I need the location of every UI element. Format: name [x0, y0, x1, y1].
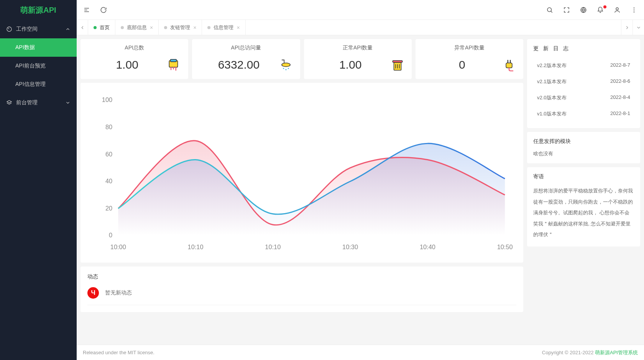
svg-text:20: 20: [105, 205, 112, 212]
stats-row: API总数 1.00 API总访问量 6332.00: [80, 39, 523, 79]
svg-text:10:50: 10:50: [497, 243, 513, 250]
sidebar-item-api-data[interactable]: API数据: [0, 38, 77, 57]
line-chart: 02040608010010:0010:1010:1010:3010:4010:…: [84, 90, 519, 255]
svg-text:10:10: 10:10: [188, 243, 204, 250]
menu-collapse-icon[interactable]: [83, 6, 90, 14]
close-icon[interactable]: ×: [193, 25, 196, 31]
dynamic-card: 动态 Ч 暂无新动态: [80, 266, 523, 312]
svg-rect-24: [506, 63, 512, 68]
svg-text:0: 0: [109, 232, 112, 238]
stat-card-api-total: API总数 1.00: [80, 39, 188, 79]
user-icon[interactable]: [613, 6, 621, 14]
svg-point-17: [285, 69, 286, 70]
more-icon[interactable]: [630, 6, 638, 14]
language-icon[interactable]: [580, 6, 587, 14]
app-logo: 萌新源API: [0, 0, 77, 20]
svg-text:10:10: 10:10: [265, 243, 281, 250]
list-item: v1.0版本发布 2022-8-1: [533, 106, 634, 122]
svg-point-18: [288, 68, 289, 69]
svg-point-10: [634, 7, 634, 8]
stack-icon: [6, 100, 12, 106]
tab-home[interactable]: 首页: [88, 20, 115, 35]
avatar: Ч: [87, 287, 99, 299]
sidebar-item-api-manage[interactable]: API信息管理: [0, 75, 77, 94]
sidebar: 萌新源API 工作空间 API数据 API前台预览 API信息管理: [0, 0, 77, 360]
search-icon[interactable]: [546, 6, 554, 14]
footer: Released under the MIT license. Copyrigh…: [77, 345, 644, 360]
sidebar-group-label: 工作空间: [16, 26, 38, 33]
tabs-bar: 首页 底部信息 × 友链管理 × 信息管理 ×: [77, 20, 644, 35]
topbar: [77, 0, 644, 20]
sidebar-item-api-preview[interactable]: API前台预览: [0, 57, 77, 75]
stat-card-api-visits: API总访问量 6332.00: [192, 39, 300, 79]
list-item: Ч 暂无新动态: [87, 287, 516, 305]
chevron-down-icon: [65, 100, 71, 105]
svg-point-16: [283, 68, 284, 69]
footer-link[interactable]: 萌新源API管理系统: [595, 350, 638, 355]
close-icon[interactable]: ×: [150, 25, 153, 31]
reload-icon[interactable]: [100, 6, 107, 14]
svg-text:10:00: 10:00: [110, 243, 126, 250]
dashboard-icon: [6, 26, 12, 32]
list-item: v2.2版本发布 2022-8-7: [533, 58, 634, 74]
tabs-scroll-right[interactable]: [621, 20, 632, 35]
tab-info-manage[interactable]: 信息管理 ×: [202, 20, 245, 35]
svg-point-12: [634, 12, 634, 12]
tab-footer-info[interactable]: 底部信息 ×: [115, 20, 159, 35]
svg-text:40: 40: [105, 178, 112, 184]
svg-rect-14: [171, 59, 177, 62]
changelog-card: 更 新 日 志 v2.2版本发布 2022-8-7 v2.1版本发布 2022-…: [527, 39, 640, 128]
close-icon[interactable]: ×: [237, 25, 240, 31]
svg-point-5: [547, 8, 552, 12]
tab-active-dot: [94, 26, 97, 29]
svg-marker-1: [7, 100, 12, 103]
tab-friendlink[interactable]: 友链管理 ×: [159, 20, 202, 35]
notification-icon[interactable]: [596, 6, 604, 14]
svg-line-6: [551, 11, 552, 13]
svg-text:10:30: 10:30: [342, 243, 358, 250]
plug-icon: [502, 58, 516, 72]
freeform-card: 任意发挥的模块 啥也没有: [527, 132, 640, 163]
stat-card-api-abnormal: 异常API数量 0: [416, 39, 523, 79]
svg-point-9: [616, 8, 618, 10]
list-item: v2.0版本发布 2022-8-4: [533, 90, 634, 106]
fullscreen-icon[interactable]: [563, 6, 570, 14]
sidebar-group-label: 前台管理: [16, 99, 38, 106]
svg-point-11: [634, 9, 634, 10]
sidebar-group-workspace[interactable]: 工作空间: [0, 20, 77, 38]
paint-icon: [167, 58, 181, 72]
svg-text:60: 60: [105, 151, 112, 158]
chevron-up-icon: [65, 26, 71, 32]
stat-card-api-normal: 正常API数量 1.00: [304, 39, 412, 79]
tabs-dropdown[interactable]: [632, 20, 644, 35]
sidebar-group-frontend[interactable]: 前台管理: [0, 94, 77, 112]
notification-badge: [603, 5, 606, 8]
trash-icon: [390, 58, 405, 72]
svg-rect-20: [393, 61, 402, 62]
footer-license: Released under the MIT license.: [83, 350, 154, 355]
list-item: v2.1版本发布 2022-8-6: [533, 74, 634, 90]
svg-text:10:40: 10:40: [420, 243, 435, 250]
tabs-scroll-left[interactable]: [77, 20, 88, 35]
sidebar-menu: 工作空间 API数据 API前台预览 API信息管理 前台管理: [0, 20, 77, 360]
shower-icon: [279, 58, 293, 72]
chart-card: 02040608010010:0010:1010:1010:3010:4010:…: [80, 83, 523, 263]
svg-text:80: 80: [105, 123, 112, 130]
verse-card: 寄语 原想将澎湃的爱平平稳稳放置你手心，奈何我徒有一股蛮劲，只顾向你跑去，一个不…: [527, 167, 640, 247]
svg-text:100: 100: [102, 96, 112, 103]
svg-point-15: [281, 63, 290, 67]
